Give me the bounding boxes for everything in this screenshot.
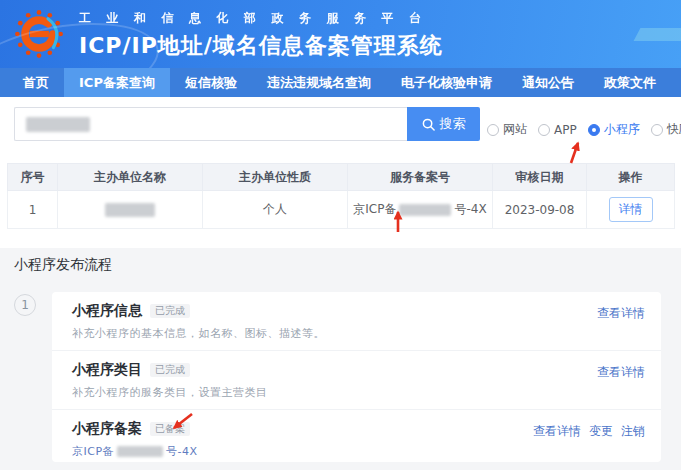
license-suffix: 号-4X (454, 201, 486, 218)
search-section: 搜索 网站 APP 小程序 快应用 (0, 97, 681, 163)
process-section-title: 小程序发布流程 (14, 256, 681, 274)
col-license-number: 服务备案号 (348, 164, 493, 191)
col-actions: 操作 (587, 164, 675, 191)
page: 工业和信息化部政务服务平台 ICP/IP地址/域名信息备案管理系统 首页 ICP… (0, 0, 681, 470)
cell-license-number: 京ICP备号-4X (348, 191, 493, 229)
redacted-search-text (26, 117, 90, 132)
step-license-number: 京ICP备号-4X (72, 444, 643, 459)
step-number-badge: 1 (14, 294, 36, 316)
view-details-link[interactable]: 查看详情 (597, 364, 645, 381)
nav-item-icp-query[interactable]: ICP备案查询 (64, 68, 170, 97)
nav-item-policy-docs[interactable]: 政策文件 (589, 68, 671, 97)
radio-miniprogram-label: 小程序 (604, 121, 640, 138)
main-nav: 首页 ICP备案查询 短信核验 违法违规域名查询 电子化核验申请 通知公告 政策… (0, 68, 681, 97)
redacted-license-middle (399, 204, 451, 216)
radio-miniprogram-dot (588, 124, 600, 136)
table-row: 1 个人 京ICP备号-4X 2023-09-08 详情 (8, 191, 675, 229)
header-decoration (634, 28, 681, 41)
col-organizer-nature: 主办单位性质 (203, 164, 348, 191)
platform-title: 工业和信息化部政务服务平台 (79, 10, 443, 27)
radio-quickapp-label: 快应用 (667, 121, 681, 138)
radio-quickapp[interactable]: 快应用 (651, 121, 681, 138)
search-button[interactable]: 搜索 (407, 107, 480, 141)
step-title: 小程序信息 (72, 302, 142, 320)
step-miniprogram-filing: 小程序备案 已备案 京ICP备号-4X 查看详情 变更 注销 (52, 409, 661, 468)
nav-item-notices[interactable]: 通知公告 (507, 68, 589, 97)
col-audit-date: 审核日期 (493, 164, 587, 191)
service-type-radio-group: 网站 APP 小程序 快应用 (487, 121, 681, 138)
spacer (0, 229, 681, 248)
view-details-link[interactable]: 查看详情 (597, 305, 645, 322)
radio-website-dot (487, 124, 499, 136)
license-prefix: 京ICP备 (353, 201, 396, 218)
view-details-link[interactable]: 查看详情 (533, 423, 581, 440)
cancel-filing-link[interactable]: 注销 (621, 423, 645, 440)
status-badge: 已完成 (150, 363, 190, 377)
radio-miniprogram[interactable]: 小程序 (588, 121, 640, 138)
step-miniprogram-category: 小程序类目 已完成 补充小程序的服务类目，设置主营类目 查看详情 (52, 350, 661, 409)
license-suffix: 号-4X (166, 444, 198, 459)
search-input-wrap (14, 107, 407, 141)
change-link[interactable]: 变更 (589, 423, 613, 440)
license-prefix: 京ICP备 (72, 444, 114, 459)
search-icon (422, 118, 435, 131)
step-miniprogram-info: 小程序信息 已完成 补充小程序的基本信息，如名称、图标、描述等。 查看详情 (52, 292, 661, 350)
table-header-row: 序号 主办单位名称 主办单位性质 服务备案号 审核日期 操作 (8, 164, 675, 191)
radio-website-label: 网站 (503, 121, 527, 138)
process-card: 小程序信息 已完成 补充小程序的基本信息，如名称、图标、描述等。 查看详情 小程… (52, 292, 661, 462)
detail-button[interactable]: 详情 (609, 197, 653, 222)
cell-index: 1 (8, 191, 58, 229)
col-organizer-name: 主办单位名称 (58, 164, 203, 191)
radio-website[interactable]: 网站 (487, 121, 527, 138)
radio-app-label: APP (554, 123, 577, 137)
redacted-license-middle (117, 446, 163, 457)
cell-actions: 详情 (587, 191, 675, 229)
results-table-wrap: 序号 主办单位名称 主办单位性质 服务备案号 审核日期 操作 1 个人 京ICP… (0, 163, 681, 229)
nav-item-e-verification[interactable]: 电子化核验申请 (386, 68, 507, 97)
nav-item-illegal-domain-query[interactable]: 违法违规域名查询 (252, 68, 386, 97)
step-description: 补充小程序的服务类目，设置主营类目 (72, 385, 643, 400)
redacted-organizer-name (105, 203, 155, 217)
results-table: 序号 主办单位名称 主办单位性质 服务备案号 审核日期 操作 1 个人 京ICP… (7, 163, 675, 229)
miniprogram-process-section: 小程序发布流程 1 小程序信息 已完成 补充小程序的基本信息，如名称、图标、描述… (0, 248, 681, 470)
status-badge: 已备案 (150, 422, 190, 436)
cell-organizer-nature: 个人 (203, 191, 348, 229)
header: 工业和信息化部政务服务平台 ICP/IP地址/域名信息备案管理系统 (0, 0, 681, 68)
nav-item-home[interactable]: 首页 (8, 68, 64, 97)
step-description: 补充小程序的基本信息，如名称、图标、描述等。 (72, 326, 643, 341)
radio-app[interactable]: APP (538, 123, 577, 137)
radio-app-dot (538, 124, 550, 136)
nav-item-sms-verify[interactable]: 短信核验 (170, 68, 252, 97)
step-title: 小程序备案 (72, 420, 142, 438)
step-title: 小程序类目 (72, 361, 142, 379)
cell-organizer-name (58, 191, 203, 229)
cell-audit-date: 2023-09-08 (493, 191, 587, 229)
search-button-label: 搜索 (440, 115, 466, 133)
status-badge: 已完成 (150, 304, 190, 318)
radio-quickapp-dot (651, 124, 663, 136)
col-index: 序号 (8, 164, 58, 191)
